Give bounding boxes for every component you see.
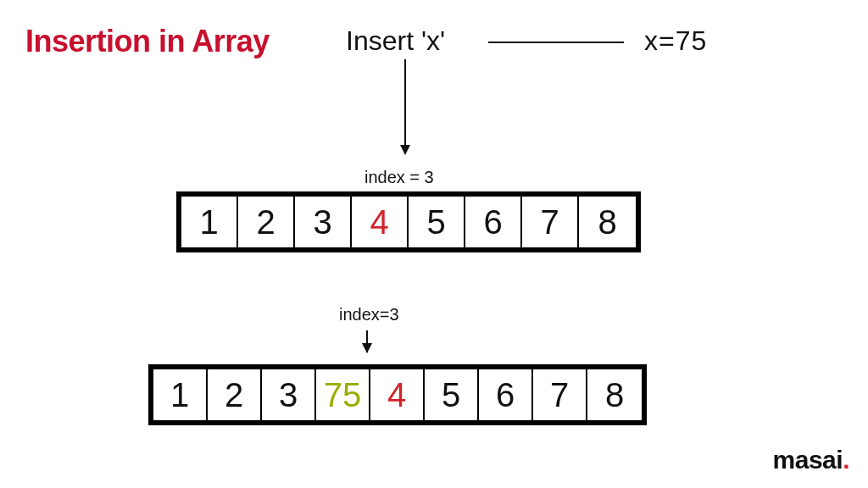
array-before: 1 2 3 4 5 6 7 8 xyxy=(176,191,641,252)
array-cell: 3 xyxy=(295,197,352,247)
brand-logo-dot: . xyxy=(843,446,849,474)
index-label-after: index=3 xyxy=(339,305,399,324)
index-label-before: index = 3 xyxy=(364,168,434,187)
arrow-down-to-array1-icon xyxy=(404,59,406,154)
array-cell: 7 xyxy=(522,197,579,247)
x-value-label: x=75 xyxy=(644,25,707,57)
array-cell: 6 xyxy=(479,369,533,420)
array-cell: 7 xyxy=(533,369,587,420)
insert-x-label: Insert 'x' xyxy=(346,25,445,57)
array-cell: 8 xyxy=(579,197,636,247)
brand-logo-text: masai xyxy=(773,446,843,474)
array-cell: 1 xyxy=(181,197,238,247)
connector-line xyxy=(488,42,624,43)
array-cell: 6 xyxy=(465,197,522,247)
arrow-down-to-array2-icon xyxy=(366,330,368,352)
array-cell: 5 xyxy=(425,369,479,420)
array-cell: 3 xyxy=(262,369,316,420)
array-after: 1 2 3 75 4 5 6 7 8 xyxy=(148,364,647,425)
array-cell-inserted: 75 xyxy=(316,369,370,420)
array-cell-highlight: 4 xyxy=(352,197,409,247)
array-cell: 1 xyxy=(153,369,208,420)
array-cell: 5 xyxy=(409,197,465,247)
page-title: Insertion in Array xyxy=(25,24,270,59)
array-cell-shifted-highlight: 4 xyxy=(370,369,425,420)
array-cell: 8 xyxy=(587,369,642,420)
brand-logo: masai. xyxy=(773,446,849,474)
array-cell: 2 xyxy=(208,369,262,420)
array-cell: 2 xyxy=(238,197,295,247)
